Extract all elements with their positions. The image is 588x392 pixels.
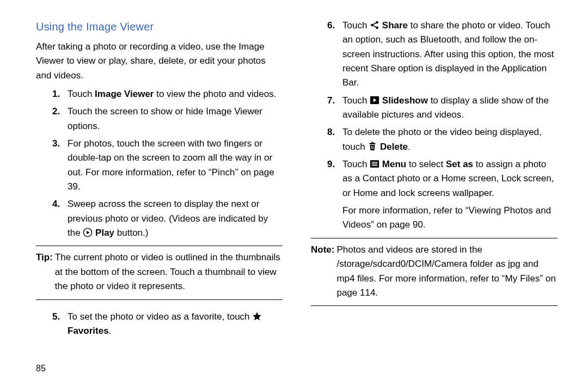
step-body: Touch Share to share the photo or video.… [342,19,558,90]
bold-text: Menu [382,159,406,169]
step-8: 8. To delete the photo or the video bein… [311,125,558,154]
svg-rect-11 [372,163,378,164]
divider [311,238,558,238]
text: Touch [342,95,370,106]
intro-paragraph: After taking a photo or recording a vide… [36,40,283,83]
bold-text: Image Viewer [95,89,154,99]
step-number: 6. [327,19,342,90]
text: To set the photo or video as a favorite,… [68,311,252,322]
cross-reference: “Pinch” [209,167,238,177]
note: Note: Photos and videos are stored in th… [311,243,558,300]
divider [311,305,558,306]
step-body: Touch Menu to select Set as to assign a … [342,157,558,232]
columns: Using the Image Viewer After taking a ph… [36,19,558,341]
slideshow-icon [370,95,379,105]
right-column: 6. Touch Share to share the photo or vid… [311,19,558,341]
svg-rect-12 [372,165,378,166]
step-3: 3. For photos, touch the screen with two… [36,137,283,194]
step-5: 5. To set the photo or video as a favori… [36,310,283,339]
step-number: 2. [52,105,68,133]
svg-rect-6 [372,142,374,143]
step-2: 2. Touch the screen to show or hide Imag… [36,105,283,133]
text: on page 90. [374,219,426,230]
step-number: 9. [327,157,342,232]
tip-body: The current photo or video is outlined i… [55,250,283,293]
note-body: Photos and videos are stored in the /sto… [336,243,558,300]
step-body: Touch Image Viewer to view the photo and… [68,87,283,101]
bold-text: Set as [446,159,473,169]
play-icon [83,228,93,237]
step-body: To delete the photo or the video being d… [342,125,558,154]
step-number: 8. [327,125,342,154]
cross-reference: “My Files” [502,273,543,284]
step-4: 4. Sweep across the screen to display th… [36,197,283,240]
share-icon [370,20,379,30]
text: For more information, refer to [342,205,465,216]
step-body: Touch the screen to show or hide Image V… [68,105,283,133]
tip: Tip: The current photo or video is outli… [36,250,283,293]
text: to share the photo or video. Touch an op… [342,20,554,88]
text: Touch [342,159,370,169]
svg-rect-10 [372,162,378,162]
bold-text: Delete [380,142,408,152]
more-info: For more information, refer to “Viewing … [342,204,558,232]
star-icon [252,311,262,321]
step-number: 5. [52,310,68,339]
text: button.) [114,228,148,238]
step-body: Sweep across the screen to display the n… [68,197,283,240]
tip-label: Tip: [36,250,53,293]
step-7: 7. Touch Slideshow to display a slide sh… [311,94,558,122]
text: . [109,326,112,336]
bold-text: Share [382,20,408,30]
step-6: 6. Touch Share to share the photo or vid… [311,19,558,90]
step-9: 9. Touch Menu to select Set as to assign… [311,157,558,232]
step-number: 4. [52,197,68,240]
svg-rect-7 [372,146,372,149]
svg-rect-8 [373,146,373,149]
text: Touch [68,89,95,99]
step-body: For photos, touch the screen with two fi… [68,137,283,194]
bold-text: Play [95,228,114,238]
delete-icon [367,142,377,151]
divider [36,299,283,300]
page-number: 85 [36,362,46,376]
text: Touch [342,20,370,30]
step-body: To set the photo or video as a favorite,… [68,310,283,339]
menu-icon [370,159,379,169]
divider [36,246,283,246]
text: to view the photo and videos. [154,89,276,99]
text: . [408,142,411,152]
bold-text: Slideshow [382,95,428,106]
note-label: Note: [311,243,334,300]
text: to select [406,159,446,169]
step-body: Touch Slideshow to display a slide show … [342,94,558,122]
step-1: 1. Touch Image Viewer to view the photo … [36,87,283,101]
svg-rect-5 [370,143,376,144]
bold-text: Favorites [68,326,109,336]
step-number: 3. [52,137,68,194]
section-heading: Using the Image Viewer [36,19,283,35]
step-number: 1. [52,87,68,101]
left-column: Using the Image Viewer After taking a ph… [36,19,283,341]
step-number: 7. [327,94,342,122]
